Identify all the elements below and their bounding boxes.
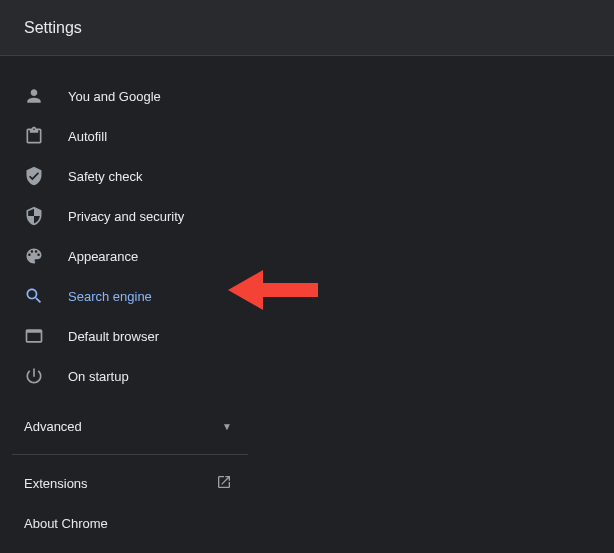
- sidebar-item-safety-check[interactable]: Safety check: [0, 156, 256, 196]
- sidebar-item-default-browser[interactable]: Default browser: [0, 316, 256, 356]
- clipboard-icon: [24, 126, 44, 146]
- shield-check-icon: [24, 166, 44, 186]
- person-icon: [24, 86, 44, 106]
- sidebar-item-extensions[interactable]: Extensions: [0, 463, 256, 503]
- sidebar-item-label: Appearance: [68, 249, 138, 264]
- advanced-toggle[interactable]: Advanced ▼: [0, 406, 256, 446]
- sidebar-item-autofill[interactable]: Autofill: [0, 116, 256, 156]
- sidebar-item-label: Safety check: [68, 169, 142, 184]
- settings-sidebar: You and Google Autofill Safety check Pri…: [0, 56, 256, 543]
- sidebar-item-label: You and Google: [68, 89, 161, 104]
- divider: [12, 454, 248, 455]
- settings-header: Settings: [0, 0, 614, 56]
- sidebar-item-label: Search engine: [68, 289, 152, 304]
- sidebar-item-on-startup[interactable]: On startup: [0, 356, 256, 396]
- security-icon: [24, 206, 44, 226]
- extensions-label: Extensions: [24, 476, 88, 491]
- sidebar-item-label: On startup: [68, 369, 129, 384]
- palette-icon: [24, 246, 44, 266]
- chevron-down-icon: ▼: [222, 421, 232, 432]
- sidebar-item-search-engine[interactable]: Search engine: [0, 276, 256, 316]
- sidebar-item-you-and-google[interactable]: You and Google: [0, 76, 256, 116]
- sidebar-item-privacy-security[interactable]: Privacy and security: [0, 196, 256, 236]
- about-label: About Chrome: [24, 516, 108, 531]
- sidebar-item-label: Privacy and security: [68, 209, 184, 224]
- sidebar-item-appearance[interactable]: Appearance: [0, 236, 256, 276]
- power-icon: [24, 366, 44, 386]
- advanced-label: Advanced: [24, 419, 82, 434]
- page-title: Settings: [24, 19, 82, 37]
- external-link-icon: [216, 474, 232, 493]
- search-icon: [24, 286, 44, 306]
- sidebar-item-label: Autofill: [68, 129, 107, 144]
- sidebar-item-about-chrome[interactable]: About Chrome: [0, 503, 256, 543]
- sidebar-item-label: Default browser: [68, 329, 159, 344]
- browser-icon: [24, 326, 44, 346]
